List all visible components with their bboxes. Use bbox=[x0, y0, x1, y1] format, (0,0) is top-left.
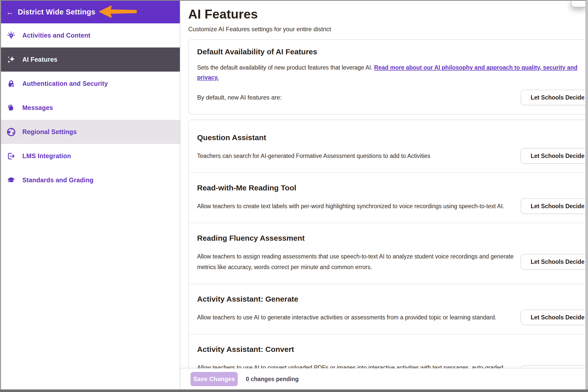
feature-title: Read-with-Me Reading Tool bbox=[197, 184, 586, 192]
back-arrow-icon[interactable]: ← bbox=[6, 8, 14, 16]
default-availability-title: Default Availability of AI Features bbox=[197, 47, 586, 56]
sidebar-item-label: Regional Settings bbox=[22, 128, 77, 136]
feature-description: Allow teachers to create text labels wit… bbox=[197, 201, 514, 211]
save-changes-button[interactable]: Save Changes bbox=[191, 372, 238, 386]
sidebar-item-label: Messages bbox=[22, 104, 53, 111]
sidebar-nav: Activities and Content AI Features bbox=[1, 23, 180, 192]
settings-sidebar: ← District Wide Settings bbox=[1, 1, 180, 389]
read-with-me-dropdown-button[interactable]: Let Schools Decide bbox=[521, 198, 586, 214]
popup-fragment bbox=[571, 1, 586, 7]
page-subtitle: Customize AI Features settings for your … bbox=[188, 26, 586, 33]
sidebar-item-messages[interactable]: Messages bbox=[1, 96, 180, 120]
main-content: AI Features Customize AI Features settin… bbox=[180, 1, 586, 389]
app-window: ← District Wide Settings bbox=[1, 1, 586, 389]
feature-activity-generate: Activity Assistant: Generate Allow teach… bbox=[189, 284, 586, 334]
sidebar-item-label: Activities and Content bbox=[22, 32, 90, 39]
sidebar-item-standards-and-grading[interactable]: Standards and Grading bbox=[1, 168, 180, 192]
feature-title: Question Assistant bbox=[197, 133, 586, 142]
sidebar-item-label: AI Features bbox=[22, 56, 57, 63]
feature-description: Teachers can search for AI-generated For… bbox=[197, 151, 514, 161]
feature-read-with-me: Read-with-Me Reading Tool Allow teachers… bbox=[189, 172, 586, 223]
feature-title: Reading Fluency Assessment bbox=[197, 234, 586, 242]
sidebar-item-label: Authentication and Security bbox=[22, 80, 108, 87]
feature-title: Activity Assistant: Generate bbox=[197, 295, 586, 303]
sidebar-header: ← District Wide Settings bbox=[1, 1, 180, 23]
screenshot-root: ← District Wide Settings bbox=[0, 0, 588, 392]
changes-pending-status: 0 changes pending bbox=[246, 376, 299, 383]
window-frame-top bbox=[0, 0, 588, 1]
ai-features-card: Question Assistant Teachers can search f… bbox=[188, 120, 586, 389]
save-footer: Save Changes 0 changes pending bbox=[180, 368, 586, 389]
default-availability-description: Sets the default availability of new pro… bbox=[197, 63, 580, 83]
window-frame-bottom bbox=[0, 389, 588, 392]
sidebar-item-label: Standards and Grading bbox=[22, 176, 94, 184]
default-availability-card: Default Availability of AI Features Sets… bbox=[188, 39, 586, 115]
window-frame-right bbox=[585, 0, 588, 392]
default-availability-dropdown-button[interactable]: Let Schools Decide bbox=[521, 90, 586, 105]
reading-fluency-dropdown-button[interactable]: Let Schools Decide bbox=[521, 254, 586, 270]
chat-bubbles-icon bbox=[7, 103, 16, 112]
lightbulb-icon bbox=[7, 31, 16, 40]
question-assistant-dropdown-button[interactable]: Let Schools Decide bbox=[521, 148, 586, 164]
default-setting-label: By default, new AI features are: bbox=[197, 94, 282, 101]
sidebar-item-regional-settings[interactable]: Regional Settings bbox=[1, 120, 180, 144]
sidebar-item-label: LMS Integration bbox=[22, 152, 71, 160]
page-title: AI Features bbox=[188, 7, 586, 22]
sidebar-item-activities-and-content[interactable]: Activities and Content bbox=[1, 23, 180, 47]
feature-title: Activity Assistant: Convert bbox=[197, 345, 586, 354]
sidebar-item-lms-integration[interactable]: LMS Integration bbox=[1, 144, 180, 168]
feature-description: Allow teachers to assign reading assessm… bbox=[197, 251, 514, 272]
globe-icon bbox=[7, 127, 16, 137]
sidebar-title: District Wide Settings bbox=[18, 8, 95, 16]
sidebar-item-authentication-and-security[interactable]: Authentication and Security bbox=[1, 72, 180, 96]
activity-generate-dropdown-button[interactable]: Let Schools Decide bbox=[521, 309, 586, 325]
export-icon bbox=[7, 152, 16, 161]
feature-reading-fluency: Reading Fluency Assessment Allow teacher… bbox=[189, 223, 586, 284]
sparkles-icon bbox=[7, 55, 16, 64]
window-frame-left bbox=[0, 0, 1, 392]
graduation-cap-icon bbox=[7, 176, 16, 185]
feature-description: Allow teachers to use AI to generate int… bbox=[197, 312, 514, 323]
feature-question-assistant: Question Assistant Teachers can search f… bbox=[189, 123, 586, 172]
description-text: Sets the default availability of new pro… bbox=[197, 64, 374, 71]
sidebar-item-ai-features[interactable]: AI Features bbox=[1, 47, 180, 72]
default-setting-row: By default, new AI features are: Let Sch… bbox=[197, 90, 586, 105]
lock-icon bbox=[7, 79, 16, 88]
